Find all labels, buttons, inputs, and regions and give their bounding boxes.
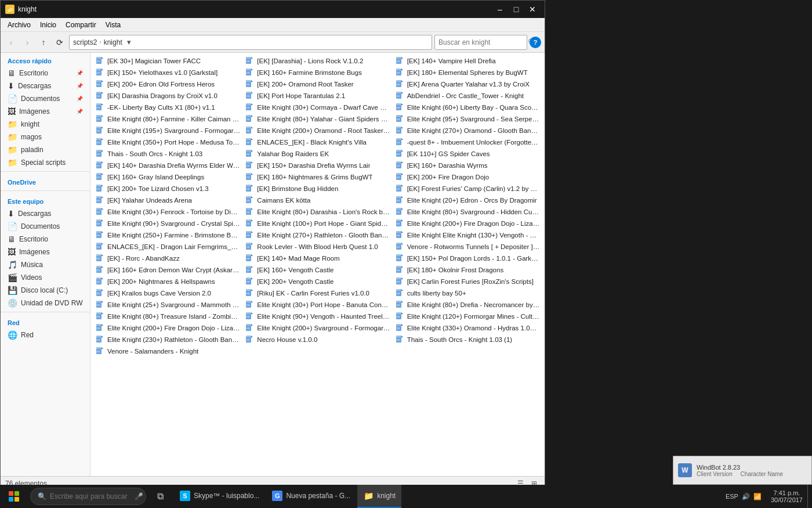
list-item[interactable]: EK [EK] 140+ Vampire Hell Drefia [393,55,542,67]
list-item[interactable]: EK Elite Knight (270+) Rathleton - Gloot… [242,229,392,241]
list-item[interactable]: EK Yalahar Bog Raiders EK [242,148,392,160]
refresh-button[interactable]: ⟳ [53,35,67,49]
list-item[interactable]: EK Elite Knight (30+) Fenrock - Tortoise… [93,206,242,218]
list-item[interactable]: EK ENLACES_[EK] - Dragon Lair Ferngrims_… [93,241,242,253]
list-item[interactable]: EK Elite Knight (80+) Darashia - Lion's … [242,206,392,218]
network-sys-icon[interactable]: 📶 [753,493,762,500]
list-item[interactable]: EK [EK] 140+ Mad Mage Room [242,253,392,264]
close-button[interactable]: ✕ [525,3,540,15]
list-item[interactable]: EK Elite Knight (270+) Oramond - Glooth … [393,125,542,136]
sidebar-item-videos[interactable]: 🎬 Videos [1,271,90,284]
list-item[interactable]: EK [EK] 150+ Pol Dragon Lords - 1.0.1 - … [393,253,542,264]
start-button[interactable] [0,485,28,508]
list-item[interactable]: EK [EK] 160+ Gray Island Deeplings [93,171,242,183]
address-dropdown-button[interactable]: ▾ [125,38,134,47]
list-item[interactable]: EK ENLACES_[EK] - Black Knight's Villa [242,136,392,148]
list-item[interactable]: EK [EK] 200+ Toe Lizard Chosen v1.3 [93,183,242,194]
list-item[interactable]: EK [EK] Forest Furies' Camp (Carlin) v1.… [393,183,542,194]
list-item[interactable]: EK Elite Knight (100+) Port Hope - Giant… [242,218,392,229]
sidebar-item-paladin[interactable]: 📁 paladin [1,143,90,156]
taskbar-app-knight[interactable]: 📁 knight [357,485,401,508]
menu-vista[interactable]: Vista [101,20,125,30]
list-item[interactable]: EK [EK] 160+ Darashia Wyrms [393,160,542,171]
list-item[interactable]: EK Elite Knight (80+) Yalahar - Giant Sp… [242,113,392,125]
maximize-button[interactable]: □ [509,3,524,15]
list-item[interactable]: EK Elite Knight (200+) Svarground - Form… [242,322,392,334]
breadcrumb-knight[interactable]: knight [104,38,122,46]
list-item[interactable]: EK [EK] 140+ Darashia Drefia Wyrms Elder… [93,160,242,171]
list-item[interactable]: EK Elite Knight (200+) Fire Dragon Dojo … [393,218,542,229]
breadcrumb-scripts2[interactable]: scripts2 [73,38,97,46]
list-item[interactable]: EK Elite Knight (195+) Svarground - Form… [93,125,242,136]
list-item[interactable]: EK Elite Knight (30+) Cormaya - Dwarf Ca… [242,102,392,113]
menu-inicio[interactable]: Inicio [35,20,61,30]
list-item[interactable]: EK [EK] 160+ Farmine Brimstone Bugs [242,67,392,78]
list-item[interactable]: EK Caimans EK kötta [242,194,392,206]
taskbar-app-skype[interactable]: S Skype™ - luispablo... [174,485,265,508]
sidebar-item-documentos2[interactable]: 📄 Documentos [1,220,90,233]
list-item[interactable]: EK Necro House v.1.0.0 [242,334,392,345]
list-item[interactable]: EK Elite Knight (120+) Formorgar Mines -… [393,311,542,322]
list-item[interactable]: EK Elite Knight (30+) Port Hope - Banuta… [242,299,392,311]
list-item[interactable]: EK Elite Knight (80+) Treasure Island - … [93,311,242,322]
list-item[interactable]: EK [EK] Darashia Dragons by CroiX v1.0 [93,90,242,102]
back-button[interactable]: ‹ [4,35,18,49]
list-item[interactable]: EK Elite Knight (80+) Farmine - Killer C… [93,113,242,125]
list-item[interactable]: EK [EK] Krailos bugs Cave Version 2.0 [93,287,242,299]
up-button[interactable]: ↑ [37,35,50,49]
forward-button[interactable]: › [20,35,34,49]
search-input[interactable] [438,38,525,46]
taskbar-search-box[interactable]: 🔍 🎤 [30,488,146,505]
list-item[interactable]: EK [EK] - Rorc - AbandKazz [93,253,242,264]
menu-archivo[interactable]: Archivo [3,20,35,30]
list-item[interactable]: EK Venore - Salamanders - Knight [93,345,242,357]
list-item[interactable]: EK Elite Knight (250+) Farmine - Brimsto… [93,229,242,241]
list-item[interactable]: EK Elite Knight (80+) Svarground - Hidde… [393,206,542,218]
list-item[interactable]: EK Elite Knight (350+) Port Hope - Medus… [93,136,242,148]
list-item[interactable]: EK [EK] Carlin Forest Furies [RoxZin's S… [393,276,542,287]
list-item[interactable]: EK AbDendriel - Orc Castle_Tower - Knigh… [393,90,542,102]
list-item[interactable]: EK Elite Knight (200+) Oramond - Root Ta… [242,125,392,136]
list-item[interactable]: EK Elite Knight (25+) Svarground - Mammo… [93,299,242,311]
list-item[interactable]: EK [EK] Yalahar Undeads Arena [93,194,242,206]
list-item[interactable]: EK [EK 110+] GS Spider Caves [393,148,542,160]
list-item[interactable]: EK Elite Knight (90+) Svarground - Cryst… [93,218,242,229]
list-item[interactable]: EK Venore - Rotworms Tunnels [ + Deposit… [393,241,542,253]
list-item[interactable]: EK Elite Knight (230+) Rathleton - Gloot… [93,334,242,345]
list-item[interactable]: EK [EK] 180+ Nightmares & Grims BugWT [242,171,392,183]
sidebar-item-documentos1[interactable]: 📄 Documentos 📌 [1,92,90,105]
list-item[interactable]: EK [EK] 160+ Vengoth Castle [242,264,392,276]
list-item[interactable]: EK [EK] Port Hope Tarantulas 2.1 [242,90,392,102]
list-item[interactable]: EK [EK] 200+ Fire Dragon Dojo [393,171,542,183]
list-item[interactable]: EK Elite Knight (330+) Oramond - Hydras … [393,322,542,334]
sidebar-item-red[interactable]: 🌐 Red [1,329,90,341]
list-item[interactable]: EK Elite Knight (80+) Drefia - Necromanc… [393,299,542,311]
taskbar-clock[interactable]: 7:41 p.m. 30/07/2017 [766,489,807,503]
sidebar-item-imagenes2[interactable]: 🖼 Imágenes [1,246,90,258]
list-item[interactable]: EK [EK] 200+ Vengoth Castle [242,276,392,287]
list-item[interactable]: EK [Riku] EK - Carlin Forest Furies v1.0… [242,287,392,299]
sidebar-item-magos[interactable]: 📁 magos [1,131,90,143]
list-item[interactable]: EK [EK] 160+ Edron Demon War Crypt (Aska… [93,264,242,276]
task-view-button[interactable]: ⧉ [148,485,172,508]
list-item[interactable]: EK Elite Knight (200+) Fire Dragon Dojo … [93,322,242,334]
show-desktop-button[interactable] [807,485,812,508]
sidebar-item-descargas1[interactable]: ⬇ Descargas 📌 [1,80,90,92]
list-item[interactable]: EK [EK] 150+ Yielothaxes v1.0 [Garkstal] [93,67,242,78]
list-item[interactable]: EK [EK] 180+ Okolnir Frost Dragons [393,264,542,276]
volume-icon[interactable]: 🔊 [742,493,750,500]
list-item[interactable]: EK Thais - South Orcs - Knight 1.03 [93,148,242,160]
taskbar-app-chrome[interactable]: G Nueva pestaña - G... [266,485,356,508]
list-item[interactable]: EK [EK] 180+ Elemental Spheres by BugWT [393,67,542,78]
list-item[interactable]: EK -quest 8+ - Imbuement Unlocker (Forgo… [393,136,542,148]
minimize-button[interactable]: – [492,3,507,15]
taskbar-search-input[interactable] [50,492,131,500]
sidebar-item-musica[interactable]: 🎵 Música [1,258,90,271]
list-item[interactable]: EK Rook Levler - With Blood Herb Quest 1… [242,241,392,253]
list-item[interactable]: EK Elite Knight (95+) Svarground - Sea S… [393,113,542,125]
list-item[interactable]: EK [EK 30+] Magician Tower FACC [93,55,242,67]
list-item[interactable]: EK [EK] [Darashia] - Lions Rock V.1.0.2 [242,55,392,67]
sidebar-item-special[interactable]: 📁 Special scripts [1,156,90,169]
menu-compartir[interactable]: Compartir [61,20,101,30]
list-item[interactable]: EK Elite Knight (60+) Liberty Bay - Quar… [393,102,542,113]
